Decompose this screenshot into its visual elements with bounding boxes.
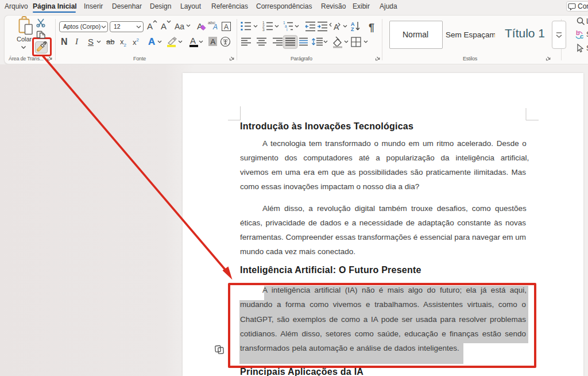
svg-text:Z: Z	[351, 26, 354, 32]
svg-text:b: b	[576, 29, 580, 36]
svg-text:c: c	[580, 33, 583, 40]
svg-text:¶: ¶	[369, 22, 374, 33]
svg-text:3: 3	[262, 28, 265, 32]
svg-text:A: A	[334, 22, 339, 32]
svg-text:i: i	[287, 28, 287, 32]
